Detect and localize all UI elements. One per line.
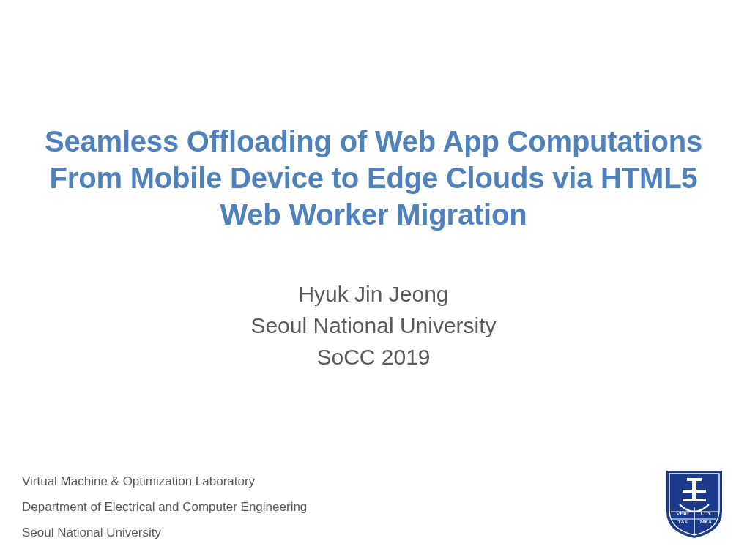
affiliation: Seoul National University — [29, 310, 718, 341]
university-name: Seoul National University — [22, 520, 307, 545]
svg-text:VERI: VERI — [676, 511, 689, 517]
title-block: Seamless Offloading of Web App Computati… — [29, 123, 718, 233]
university-logo: VERI LUX TAS MEA — [662, 468, 726, 540]
subtitle-block: Hyuk Jin Jeong Seoul National University… — [29, 278, 718, 373]
svg-text:MEA: MEA — [700, 519, 712, 525]
slide-title: Seamless Offloading of Web App Computati… — [29, 123, 718, 233]
title-slide: Seamless Offloading of Web App Computati… — [0, 0, 747, 560]
snu-emblem-icon: VERI LUX TAS MEA — [662, 468, 726, 540]
venue: SoCC 2019 — [29, 341, 718, 373]
svg-text:TAS: TAS — [677, 519, 687, 525]
svg-rect-3 — [683, 499, 706, 501]
author-name: Hyuk Jin Jeong — [29, 278, 718, 310]
svg-rect-1 — [692, 478, 696, 499]
lab-name: Virtual Machine & Optimization Laborator… — [22, 468, 307, 494]
department-name: Department of Electrical and Computer En… — [22, 494, 307, 520]
footer-block: Virtual Machine & Optimization Laborator… — [22, 468, 307, 545]
svg-text:LUX: LUX — [701, 511, 712, 517]
svg-rect-2 — [683, 490, 706, 493]
